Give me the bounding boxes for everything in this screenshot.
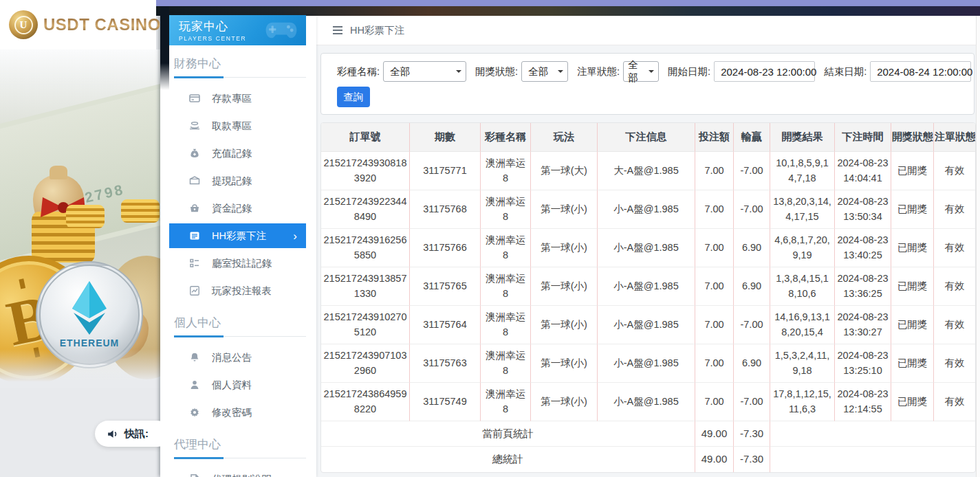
sidebar-item-label: 提現記錄	[212, 175, 252, 188]
scrollbar-track[interactable]	[976, 16, 980, 477]
table-row: 215217243864959822031175749澳洲幸运8第一球(小)小-…	[321, 383, 976, 421]
table-cell: 澳洲幸运8	[481, 190, 531, 229]
sidebar-item-取款專區[interactable]: 取款專區	[169, 112, 306, 140]
table-header-row: 訂單號期數彩種名稱玩法下注信息投注額輸贏開獎結果下注時間開獎狀態注單狀態	[321, 123, 976, 152]
table-cell: 7.00	[695, 229, 734, 267]
table-cell: 17,8,1,12,15,11,6,3	[770, 383, 835, 421]
sidebar-item-代理規則說明[interactable]: 代理規則說明	[169, 465, 306, 477]
sidebar-item-存款專區[interactable]: 存款專區	[169, 85, 306, 112]
table-cell: 已開獎	[891, 383, 934, 421]
table-cell: 2024-08-23 14:04:41	[835, 152, 891, 190]
report-chart-icon	[189, 285, 200, 296]
search-button[interactable]: 查詢	[337, 87, 370, 107]
table-cell: 小-A盤@1.985	[598, 344, 695, 383]
table-cell: 第一球(小)	[531, 383, 598, 421]
table-cell: 31175765	[410, 267, 481, 306]
sidebar-item-label: 充值記錄	[212, 147, 252, 160]
table-cell: 14,16,9,13,18,20,15,4	[770, 306, 835, 344]
gold-coin-stack	[121, 199, 160, 223]
money-photo-montage: KB462798 B ETHEREUM	[0, 49, 160, 388]
sidebar-item-充值記錄[interactable]: 充值記錄	[169, 140, 306, 167]
table-cell: 大-A盤@1.985	[598, 152, 695, 190]
table-cell: 2152172439223448490	[321, 190, 410, 229]
table-row: 215217243907103296031175763澳洲幸运8第一球(小)小-…	[321, 344, 976, 383]
page-title: HH彩票下注	[350, 24, 404, 37]
table-cell: 10,1,8,5,9,14,7,18	[770, 152, 835, 190]
sidebar-item-label: 修改密碼	[212, 406, 252, 419]
logo-ball-icon: U	[9, 10, 38, 39]
table-cell: 已開獎	[891, 229, 934, 267]
table-cell: 2024-08-23 13:50:34	[835, 190, 891, 229]
end-date-input[interactable]: 2024-08-24 12:00:00	[870, 61, 971, 82]
menu-icon[interactable]	[332, 25, 343, 35]
table-cell: 澳洲幸运8	[481, 229, 531, 267]
lottery-name-select[interactable]: 全部	[383, 61, 466, 82]
main-content: HH彩票下注 彩種名稱: 全部 開獎狀態: 全部 注單狀態: 全部 開始日期: …	[316, 16, 976, 477]
column-header: 開獎狀態	[891, 123, 934, 152]
table-cell: 小-A盤@1.985	[598, 306, 695, 344]
draw-status-select[interactable]: 全部	[521, 61, 568, 82]
sidebar-item-消息公告[interactable]: 消息公告	[169, 344, 306, 371]
table-cell: 有效	[934, 344, 976, 383]
table-cell: 1,3,8,4,15,18,10,6	[770, 267, 835, 306]
table-cell: 7.00	[695, 152, 734, 190]
purse-icon	[189, 203, 200, 214]
breadcrumb: HH彩票下注	[316, 16, 976, 45]
sidebar-menu: 財務中心存款專區取款專區充值記錄提現記錄資金記錄HH彩票下注›廳室投註記錄玩家投…	[160, 45, 316, 477]
sidebar-item-個人資料[interactable]: 個人資料	[169, 371, 306, 399]
table-cell: 2024-08-23 13:30:27	[835, 306, 891, 344]
deposit-card-icon	[189, 93, 200, 104]
table-cell: 已開獎	[891, 152, 934, 190]
table-row: 215217243930818392031175771澳洲幸运8第一球(大)大-…	[321, 152, 976, 190]
gold-coin-stack	[66, 205, 105, 228]
column-header: 玩法	[531, 123, 598, 152]
sidebar-section-title: 個人中心	[174, 315, 303, 331]
news-ticker[interactable]: 快訊:	[95, 421, 160, 447]
table-cell: 有效	[934, 383, 976, 421]
end-date-label: 結束日期:	[824, 65, 867, 78]
gear-icon	[189, 407, 200, 418]
table-cell: 31175766	[410, 229, 481, 267]
lottery-name-label: 彩種名稱:	[337, 65, 380, 78]
ethereum-diamond-icon	[71, 281, 108, 335]
sidebar-shadow-strip	[160, 6, 169, 90]
table-cell: -7.00	[734, 190, 770, 229]
sidebar-item-label: 資金記錄	[212, 202, 252, 215]
table-cell: 31175763	[410, 344, 481, 383]
sidebar-item-label: 存款專區	[212, 92, 252, 105]
section-divider	[174, 76, 306, 78]
table-row: 215217243913857133031175765澳洲幸运8第一球(小)小-…	[321, 267, 976, 306]
sidebar-item-label: 代理規則說明	[212, 473, 272, 477]
sidebar-item-HH彩票下注[interactable]: HH彩票下注›	[169, 223, 306, 248]
brand-logo: U USDT CASINO	[0, 0, 156, 49]
summary-label: 當前頁統計	[321, 421, 695, 447]
table-row: 215217243910270512031175764澳洲幸运8第一球(小)小-…	[321, 306, 976, 344]
table-cell: 有效	[934, 229, 976, 267]
table-cell: 6.90	[734, 344, 770, 383]
table-cell: 已開獎	[891, 267, 934, 306]
column-header: 輸贏	[734, 123, 770, 152]
bet-status-select[interactable]: 全部	[623, 61, 659, 82]
brand-name: USDT CASINO	[43, 15, 160, 34]
table-cell: 第一球(小)	[531, 344, 598, 383]
start-date-input[interactable]: 2024-08-23 12:00:00	[714, 61, 815, 82]
table-cell: 澳洲幸运8	[481, 344, 531, 383]
sidebar-item-玩家投注報表[interactable]: 玩家投注報表	[169, 277, 306, 304]
sidebar-item-提現記錄[interactable]: 提現記錄	[169, 167, 306, 195]
table-cell: 4,6,8,1,7,20,9,19	[770, 229, 835, 267]
bet-status-label: 注單狀態:	[577, 65, 620, 78]
page-summary-row: 當前頁統計49.00-7.30	[321, 421, 976, 447]
table-cell: 有效	[934, 267, 976, 306]
sidebar-item-修改密碼[interactable]: 修改密碼	[169, 399, 306, 426]
sidebar-item-廳室投註記錄[interactable]: 廳室投註記錄	[169, 249, 306, 277]
top-dark-band	[156, 6, 980, 16]
chevron-right-icon: ›	[293, 230, 297, 242]
sidebar-item-資金記錄[interactable]: 資金記錄	[169, 195, 306, 222]
table-cell: 2152172438649598220	[321, 383, 410, 421]
column-header: 注單狀態	[934, 123, 976, 152]
start-date-label: 開始日期:	[668, 65, 710, 78]
summary-bet-total: 49.00	[695, 421, 734, 447]
sidebar-header: 玩家中心 PLAYERS CENTER	[169, 15, 306, 45]
summary-win-total: -7.30	[734, 447, 770, 472]
table-cell: 2024-08-23 13:25:10	[835, 344, 891, 383]
